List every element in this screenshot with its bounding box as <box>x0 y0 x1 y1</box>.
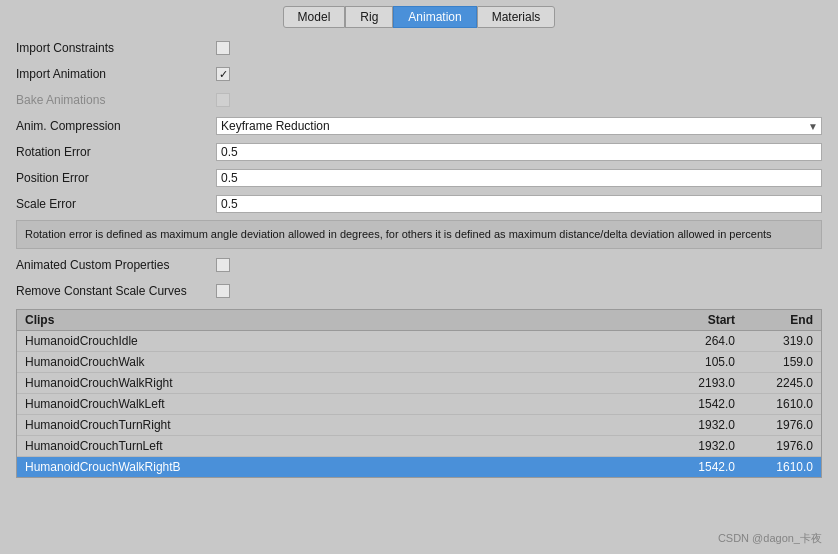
clip-start: 1932.0 <box>663 418 743 432</box>
remove-constant-row: Remove Constant Scale Curves <box>16 281 822 301</box>
anim-compression-select[interactable]: Keyframe Reduction <box>216 117 822 135</box>
clip-name: HumanoidCrouchTurnRight <box>25 418 663 432</box>
tab-materials[interactable]: Materials <box>477 6 556 28</box>
clip-row[interactable]: HumanoidCrouchWalkLeft1542.01610.0 <box>17 394 821 415</box>
tab-rig[interactable]: Rig <box>345 6 393 28</box>
clip-end: 1610.0 <box>743 460 813 474</box>
rotation-error-input[interactable] <box>216 143 822 161</box>
clip-name: HumanoidCrouchIdle <box>25 334 663 348</box>
import-animation-checkbox[interactable] <box>216 67 230 81</box>
import-constraints-checkbox-wrapper <box>216 41 230 55</box>
scale-error-row: Scale Error <box>16 194 822 214</box>
info-box: Rotation error is defined as maximum ang… <box>16 220 822 249</box>
watermark: CSDN @dagon_卡夜 <box>718 531 822 546</box>
clip-row[interactable]: HumanoidCrouchIdle264.0319.0 <box>17 331 821 352</box>
import-constraints-row: Import Constraints <box>16 38 822 58</box>
clip-name: HumanoidCrouchWalk <box>25 355 663 369</box>
import-animation-row: Import Animation <box>16 64 822 84</box>
remove-constant-checkbox-wrapper <box>216 284 230 298</box>
clips-col-end: End <box>743 313 813 327</box>
clip-name: HumanoidCrouchWalkRightB <box>25 460 663 474</box>
import-animation-label: Import Animation <box>16 67 216 81</box>
info-text: Rotation error is defined as maximum ang… <box>25 228 772 240</box>
anim-compression-label: Anim. Compression <box>16 119 216 133</box>
tab-animation[interactable]: Animation <box>393 6 476 28</box>
import-animation-checkbox-wrapper <box>216 67 230 81</box>
clips-header: Clips Start End <box>17 310 821 331</box>
position-error-row: Position Error <box>16 168 822 188</box>
tab-model[interactable]: Model <box>283 6 346 28</box>
clip-name: HumanoidCrouchWalkRight <box>25 376 663 390</box>
position-error-input[interactable] <box>216 169 822 187</box>
clip-end: 1610.0 <box>743 397 813 411</box>
clip-end: 1976.0 <box>743 439 813 453</box>
clip-name: HumanoidCrouchWalkLeft <box>25 397 663 411</box>
tab-bar: ModelRigAnimationMaterials <box>0 0 838 28</box>
clip-start: 1542.0 <box>663 460 743 474</box>
animated-custom-checkbox[interactable] <box>216 258 230 272</box>
clip-row[interactable]: HumanoidCrouchTurnLeft1932.01976.0 <box>17 436 821 457</box>
clip-row[interactable]: HumanoidCrouchWalkRight2193.02245.0 <box>17 373 821 394</box>
clips-list: HumanoidCrouchIdle264.0319.0HumanoidCrou… <box>17 331 821 477</box>
clip-end: 319.0 <box>743 334 813 348</box>
animated-custom-row: Animated Custom Properties <box>16 255 822 275</box>
scale-error-label: Scale Error <box>16 197 216 211</box>
animated-custom-checkbox-wrapper <box>216 258 230 272</box>
clip-start: 1932.0 <box>663 439 743 453</box>
clip-start: 264.0 <box>663 334 743 348</box>
main-content: Import Constraints Import Animation Bake… <box>0 28 838 488</box>
clip-start: 1542.0 <box>663 397 743 411</box>
clips-col-start: Start <box>663 313 743 327</box>
clip-end: 2245.0 <box>743 376 813 390</box>
rotation-error-label: Rotation Error <box>16 145 216 159</box>
clips-col-name: Clips <box>25 313 663 327</box>
rotation-error-row: Rotation Error <box>16 142 822 162</box>
anim-compression-select-wrapper: Keyframe Reduction ▼ <box>216 117 822 135</box>
clip-row[interactable]: HumanoidCrouchWalk105.0159.0 <box>17 352 821 373</box>
clip-row[interactable]: HumanoidCrouchWalkRightB1542.01610.0 <box>17 457 821 477</box>
clip-start: 105.0 <box>663 355 743 369</box>
clip-end: 1976.0 <box>743 418 813 432</box>
anim-compression-row: Anim. Compression Keyframe Reduction ▼ <box>16 116 822 136</box>
bake-animations-checkbox <box>216 93 230 107</box>
bake-animations-checkbox-wrapper <box>216 93 230 107</box>
clip-row[interactable]: HumanoidCrouchTurnRight1932.01976.0 <box>17 415 821 436</box>
animated-custom-label: Animated Custom Properties <box>16 258 216 272</box>
bake-animations-label: Bake Animations <box>16 93 216 107</box>
scale-error-input[interactable] <box>216 195 822 213</box>
clip-start: 2193.0 <box>663 376 743 390</box>
remove-constant-checkbox[interactable] <box>216 284 230 298</box>
clip-end: 159.0 <box>743 355 813 369</box>
clips-section: Clips Start End HumanoidCrouchIdle264.03… <box>16 309 822 478</box>
import-constraints-label: Import Constraints <box>16 41 216 55</box>
import-constraints-checkbox[interactable] <box>216 41 230 55</box>
position-error-label: Position Error <box>16 171 216 185</box>
clip-name: HumanoidCrouchTurnLeft <box>25 439 663 453</box>
bake-animations-row: Bake Animations <box>16 90 822 110</box>
remove-constant-label: Remove Constant Scale Curves <box>16 284 216 298</box>
